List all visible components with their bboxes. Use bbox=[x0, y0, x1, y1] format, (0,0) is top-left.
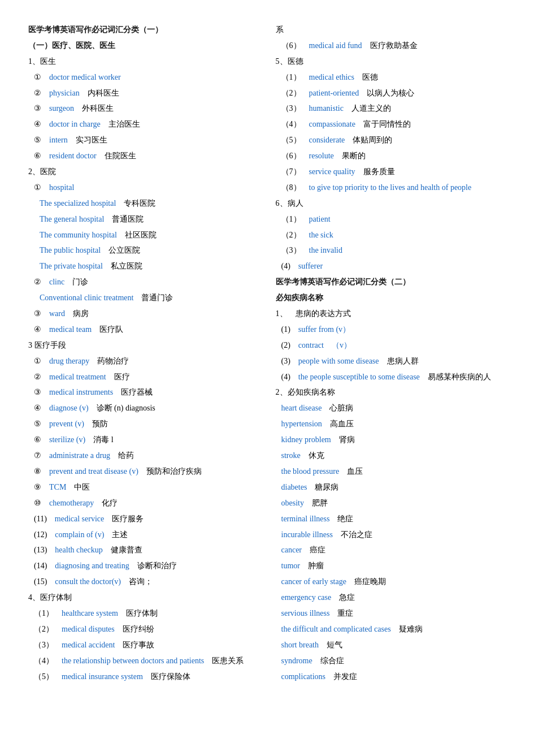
list-item: ④ medical team 医疗队 bbox=[28, 322, 259, 337]
list-item: （3） humanistic 人道主义的 bbox=[276, 101, 506, 116]
list-item: The specialized hospital 专科医院 bbox=[28, 196, 259, 211]
cat4-cont: 系 bbox=[276, 23, 506, 37]
list-item: ③ medical instruments 医疗器械 bbox=[28, 385, 259, 400]
list-item: ⑤ intern 实习医生 bbox=[28, 133, 259, 148]
list-item: （1） medical ethics 医德 bbox=[276, 70, 506, 85]
list-item: (12) complain of (v) 主述 bbox=[28, 528, 259, 542]
cat1-title: （一）医疗、医院、医生 bbox=[28, 38, 259, 53]
list-item: heart disease 心脏病 bbox=[276, 401, 506, 416]
list-item: ① drug therapy 药物治疗 bbox=[28, 354, 259, 369]
list-item: (14) diagnosing and treating 诊断和治疗 bbox=[28, 559, 259, 573]
list-item: ③ surgeon 外科医生 bbox=[28, 101, 259, 116]
list-item: tumor 肿瘤 bbox=[276, 559, 506, 573]
sub-title2: 必知疾病名称 bbox=[276, 291, 506, 305]
list-item: Conventional clinic treatment 普通门诊 bbox=[28, 291, 259, 305]
list-item: short breath 短气 bbox=[276, 638, 506, 653]
list-item: （1） healthcare system 医疗体制 bbox=[28, 606, 259, 621]
list-item: ② medical treatment 医疗 bbox=[28, 370, 259, 385]
list-item: ③ ward 病房 bbox=[28, 306, 259, 321]
list-item: the difficult and complicated cases 疑难病 bbox=[276, 622, 506, 637]
list-item: The general hospital 普通医院 bbox=[28, 212, 259, 227]
main-title: 医学考博英语写作必记词汇分类（一） bbox=[28, 23, 259, 37]
cat1-num: 1、医生 bbox=[28, 54, 259, 69]
list-item: obesity 肥胖 bbox=[276, 496, 506, 511]
list-item: (11) medical service 医疗服务 bbox=[28, 512, 259, 526]
list-item: ⑥ resident doctor 住院医生 bbox=[28, 149, 259, 163]
list-item: ④ diagnose (v) 诊断 (n) diagnosis bbox=[28, 401, 259, 416]
list-item: （2） the sick bbox=[276, 228, 506, 243]
list-item: ⑩ chemotherapy 化疗 bbox=[28, 496, 259, 511]
list-item: ⑧ prevent and treat disease (v) 预防和治疗疾病 bbox=[28, 464, 259, 479]
list-item: stroke 休克 bbox=[276, 448, 506, 463]
list-item: ⑨ TCM 中医 bbox=[28, 480, 259, 495]
list-item: （5） considerate 体贴周到的 bbox=[276, 133, 506, 148]
list-item: kidney problem 肾病 bbox=[276, 433, 506, 447]
list-item: ⑦ administrate a drug 给药 bbox=[28, 448, 259, 463]
cat2-num: 2、医院 bbox=[28, 165, 259, 179]
list-item: The private hospital 私立医院 bbox=[28, 259, 259, 274]
cat-a-num: 1、 患病的表达方式 bbox=[276, 306, 506, 321]
list-item: cancer 癌症 bbox=[276, 543, 506, 558]
list-item: incurable illness 不治之症 bbox=[276, 528, 506, 542]
list-item: cancer of early stage 癌症晚期 bbox=[276, 574, 506, 589]
list-item: (3) people with some disease 患病人群 bbox=[276, 354, 506, 369]
list-item: （4） compassionate 富于同情性的 bbox=[276, 117, 506, 132]
list-item: ② clinc 门诊 bbox=[28, 275, 259, 290]
list-item: （2） medical disputes 医疗纠纷 bbox=[28, 622, 259, 637]
right-column: 系 （6） medical aid fund 医疗救助基金 5、医德 （1） m… bbox=[276, 23, 506, 685]
list-item: terminal illness 绝症 bbox=[276, 512, 506, 526]
list-item: （3） the invalid bbox=[276, 243, 506, 258]
list-item: ① hospital bbox=[28, 180, 259, 195]
list-item: (1) suffer from (v） bbox=[276, 322, 506, 337]
list-item: The public hospital 公立医院 bbox=[28, 243, 259, 258]
list-item: （5） medical insurance system 医疗保险体 bbox=[28, 669, 259, 684]
list-item: ⑤ prevent (v) 预防 bbox=[28, 417, 259, 431]
list-item: (4) the people susceptible to some disea… bbox=[276, 370, 506, 385]
list-item: ② physician 内科医生 bbox=[28, 86, 259, 101]
list-item: ① doctor medical worker bbox=[28, 70, 259, 85]
list-item: syndrome 综合症 bbox=[276, 654, 506, 668]
list-item: complications 并发症 bbox=[276, 669, 506, 684]
list-item: （3） medical accident 医疗事故 bbox=[28, 638, 259, 653]
list-item: the blood pressure 血压 bbox=[276, 464, 506, 479]
list-item: (2) contract （v） bbox=[276, 338, 506, 353]
list-item: (13) health checkup 健康普查 bbox=[28, 543, 259, 558]
cat5-num: 5、医德 bbox=[276, 54, 506, 69]
cat3-num: 3 医疗手段 bbox=[28, 338, 259, 353]
list-item: （6） medical aid fund 医疗救助基金 bbox=[276, 38, 506, 53]
list-item: hypertension 高血压 bbox=[276, 417, 506, 431]
list-item: （1） patient bbox=[276, 212, 506, 227]
list-item: The community hospital 社区医院 bbox=[28, 228, 259, 243]
cat-b-num: 2、必知疾病名称 bbox=[276, 385, 506, 400]
list-item: （4） the relationship between doctors and… bbox=[28, 654, 259, 668]
main-title2: 医学考博英语写作必记词汇分类（二） bbox=[276, 275, 506, 290]
list-item: diabetes 糖尿病 bbox=[276, 480, 506, 495]
cat4-num: 4、医疗体制 bbox=[28, 590, 259, 605]
list-item: （7） service quality 服务质量 bbox=[276, 165, 506, 179]
cat6-num: 6、病人 bbox=[276, 196, 506, 211]
list-item: （6） resolute 果断的 bbox=[276, 149, 506, 163]
list-item: (15) consult the doctor(v) 咨询； bbox=[28, 574, 259, 589]
list-item: emergency case 急症 bbox=[276, 590, 506, 605]
list-item: ④ doctor in charge 主治医生 bbox=[28, 117, 259, 132]
left-column: 医学考博英语写作必记词汇分类（一） （一）医疗、医院、医生 1、医生 ① doc… bbox=[28, 23, 259, 685]
list-item: （8） to give top priority to the lives an… bbox=[276, 180, 506, 195]
list-item: ⑥ sterilize (v) 消毒 l bbox=[28, 433, 259, 447]
list-item: （2） patient-oriented 以病人为核心 bbox=[276, 86, 506, 101]
list-item: servious illness 重症 bbox=[276, 606, 506, 621]
list-item: (4) sufferer bbox=[276, 259, 506, 274]
